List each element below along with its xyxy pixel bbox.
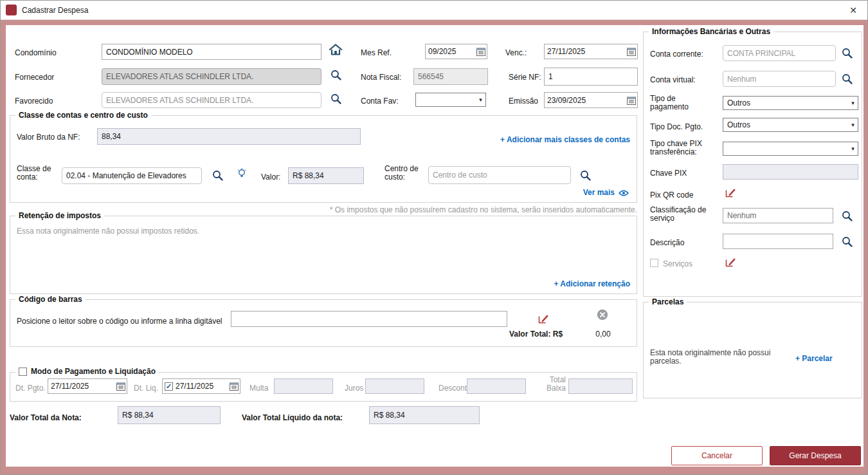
- dt-liq-value[interactable]: [173, 382, 230, 391]
- mes-ref-value[interactable]: [426, 47, 476, 56]
- condominio-input[interactable]: [102, 44, 321, 60]
- pagamento-group-header: Modo de Pagamento e Liquidação: [15, 367, 159, 376]
- search-icon[interactable]: [842, 210, 853, 221]
- dt-pgto-input[interactable]: [48, 378, 127, 394]
- tipo-doc-value: Outros: [727, 120, 848, 129]
- home-icon[interactable]: [329, 44, 342, 55]
- descricao-label: Descrição: [650, 238, 684, 247]
- edit-icon[interactable]: [725, 187, 736, 198]
- add-retencao-link[interactable]: + Adicionar retenção: [554, 279, 630, 288]
- venc-value[interactable]: [545, 47, 627, 56]
- centro-custo-input[interactable]: [428, 166, 571, 184]
- cancelar-button[interactable]: Cancelar: [671, 446, 763, 465]
- search-icon[interactable]: [842, 48, 853, 59]
- tipo-doc-select[interactable]: Outros ▾: [723, 118, 858, 132]
- cadastrar-despesa-dialog: Cadastrar Despesa ✕ Condomínio Mes Ref. …: [0, 0, 868, 475]
- serie-nf-label: Série NF:: [509, 73, 541, 82]
- classe-conta-input[interactable]: [62, 167, 202, 184]
- classe-conta-label: Classe de conta:: [17, 165, 57, 182]
- chave-pix-label: Chave PIX: [650, 169, 687, 178]
- search-icon[interactable]: [842, 73, 853, 84]
- servicos-checkbox[interactable]: [650, 259, 658, 267]
- check-icon: ✓: [166, 383, 172, 390]
- serie-nf-input[interactable]: [544, 68, 638, 86]
- eye-icon[interactable]: [619, 190, 629, 196]
- lightbulb-icon[interactable]: [237, 167, 247, 180]
- emissao-input[interactable]: [544, 92, 638, 108]
- calendar-icon[interactable]: [627, 96, 636, 105]
- conta-fav-label: Conta Fav:: [361, 97, 399, 106]
- codigo-barras-group-title: Código de barras: [15, 295, 86, 304]
- dialog-frame: Condomínio Mes Ref. Venc.: Fornecedor No…: [1, 20, 868, 475]
- calendar-icon[interactable]: [627, 47, 636, 56]
- ver-mais-link[interactable]: Ver mais: [583, 188, 615, 197]
- valor-input: [288, 167, 364, 184]
- codigo-barras-instruction: Posicione o leitor sobre o código ou inf…: [17, 317, 222, 326]
- venc-input[interactable]: [544, 44, 638, 59]
- nota-fiscal-label: Nota Fiscal:: [361, 73, 401, 82]
- favorecido-label: Favorecido: [15, 97, 53, 106]
- classificacao-input[interactable]: [723, 208, 833, 223]
- multa-label: Multa: [249, 384, 268, 393]
- valor-label: Valor:: [261, 172, 280, 182]
- search-icon[interactable]: [330, 70, 341, 80]
- valor-bruto-input: [97, 128, 361, 145]
- conta-corrente-input[interactable]: [723, 45, 836, 61]
- close-button[interactable]: ✕: [847, 4, 860, 17]
- chevron-down-icon: ▾: [476, 97, 485, 103]
- conta-fav-select[interactable]: ▾: [415, 93, 486, 107]
- title-bar: Cadastrar Despesa ✕: [1, 1, 867, 20]
- tipo-pagamento-select[interactable]: Outros ▾: [723, 96, 858, 110]
- conta-corrente-label: Conta corrente:: [650, 50, 703, 59]
- servicos-label: Serviços: [663, 259, 692, 268]
- add-classes-link[interactable]: + Adicionar mais classes de contas: [500, 135, 630, 144]
- favorecido-input[interactable]: [102, 92, 321, 108]
- parcelas-group: Parcelas Esta nota originalmente não pos…: [643, 302, 862, 398]
- dt-liq-input[interactable]: ✓: [162, 378, 240, 394]
- parcelar-link[interactable]: + Parcelar: [795, 354, 833, 363]
- parcelas-empty-text: Esta nota originalmente não possui parce…: [650, 349, 788, 366]
- mes-ref-input[interactable]: [425, 44, 487, 59]
- pix-qr-label: Pix QR code: [650, 191, 693, 200]
- valor-liquido-label: Valor Total Líquido da nota:: [242, 413, 343, 422]
- calendar-icon[interactable]: [116, 382, 125, 391]
- tipo-chave-pix-select[interactable]: ▾: [723, 142, 858, 156]
- descricao-input[interactable]: [723, 234, 833, 249]
- chevron-down-icon: ▾: [848, 100, 858, 106]
- search-icon[interactable]: [330, 93, 341, 104]
- parcelas-group-title: Parcelas: [649, 297, 687, 306]
- chevron-down-icon: ▾: [848, 122, 858, 128]
- dialog-content: Condomínio Mes Ref. Venc.: Fornecedor No…: [6, 25, 863, 467]
- codigo-barras-input[interactable]: [231, 311, 507, 327]
- valor-total-value: 0,00: [589, 330, 617, 339]
- dt-liq-checkbox[interactable]: ✓: [165, 382, 173, 391]
- gerar-despesa-button[interactable]: Gerar Despesa: [770, 446, 861, 465]
- retencao-group: Retenção de impostos Essa nota originalm…: [10, 216, 637, 294]
- search-icon[interactable]: [580, 170, 591, 181]
- emissao-value[interactable]: [545, 96, 627, 105]
- dt-pgto-value[interactable]: [48, 382, 116, 391]
- calendar-icon[interactable]: [476, 47, 485, 56]
- classificacao-label: Classificação de serviço: [650, 206, 714, 223]
- tipo-chave-pix-label: Tipo chave PIX transferência:: [650, 140, 718, 156]
- emissao-label: Emissão: [509, 97, 538, 106]
- nota-fiscal-input: [413, 68, 488, 85]
- clear-icon[interactable]: [597, 309, 608, 321]
- fornecedor-label: Fornecedor: [15, 73, 54, 82]
- search-icon[interactable]: [212, 170, 223, 181]
- tipo-pagamento-label: Tipo de pagamento: [650, 95, 708, 111]
- window-title: Cadastrar Despesa: [22, 6, 88, 15]
- classes-group-title: Classe de contas e centro de custo: [15, 111, 151, 120]
- dt-pgto-label: Dt. Pgto.: [15, 384, 46, 393]
- edit-icon[interactable]: [538, 313, 549, 324]
- edit-icon[interactable]: [725, 256, 736, 268]
- search-icon[interactable]: [842, 236, 853, 247]
- conta-virtual-input[interactable]: [723, 71, 836, 87]
- pagamento-checkbox[interactable]: [19, 368, 27, 376]
- desconto-input: [467, 378, 526, 394]
- calendar-icon[interactable]: [230, 382, 239, 391]
- valor-total-nota-input: [118, 406, 221, 424]
- classes-group: Classe de contas e centro de custo Valor…: [10, 115, 637, 203]
- bancarias-group: Informações Bancárias e Outras Conta cor…: [643, 32, 862, 297]
- tipo-doc-label: Tipo Doc. Pgto.: [650, 122, 703, 131]
